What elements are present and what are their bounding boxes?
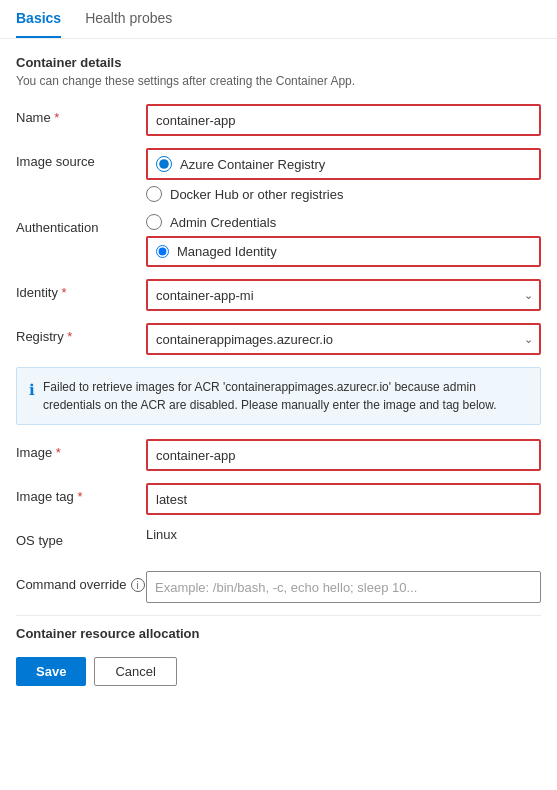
registry-control: containerappimages.azurecr.io ⌄ (146, 323, 541, 355)
os-type-label: OS type (16, 527, 146, 548)
command-override-input[interactable] (146, 571, 541, 603)
name-input[interactable] (146, 104, 541, 136)
admin-creds-radio[interactable] (146, 214, 162, 230)
image-tag-field-wrapper (146, 483, 541, 515)
registry-label: Registry * (16, 323, 146, 344)
image-row: Image * (16, 439, 541, 471)
managed-identity-radio[interactable] (156, 245, 169, 258)
tab-bar: Basics Health probes (0, 0, 557, 39)
image-field-wrapper (146, 439, 541, 471)
command-override-row: Command override i (16, 571, 541, 603)
name-field-wrapper (146, 104, 541, 136)
docker-option-wrapper: Docker Hub or other registries (146, 186, 541, 202)
managed-identity-option-box: Managed Identity (146, 236, 541, 267)
os-type-value-wrapper: Linux (146, 527, 541, 542)
image-source-options-wrapper: Azure Container Registry (146, 148, 541, 180)
image-tag-input[interactable] (146, 483, 541, 515)
container-details-desc: You can change these settings after crea… (16, 74, 541, 88)
admin-creds-label: Admin Credentials (170, 215, 276, 230)
info-circle-icon: ℹ (29, 379, 35, 414)
name-row: Name * (16, 104, 541, 136)
cancel-button[interactable]: Cancel (94, 657, 176, 686)
authentication-label: Authentication (16, 214, 146, 235)
save-button[interactable]: Save (16, 657, 86, 686)
acr-radio-option[interactable]: Azure Container Registry (156, 156, 531, 172)
identity-label: Identity * (16, 279, 146, 300)
managed-identity-label: Managed Identity (177, 244, 277, 259)
info-message-text: Failed to retrieve images for ACR 'conta… (43, 378, 528, 414)
image-tag-label: Image tag * (16, 483, 146, 504)
image-label: Image * (16, 439, 146, 460)
image-source-label: Image source (16, 148, 146, 169)
command-override-help-icon[interactable]: i (131, 578, 145, 592)
os-type-row: OS type Linux (16, 527, 541, 559)
docker-radio[interactable] (146, 186, 162, 202)
info-box: ℹ Failed to retrieve images for ACR 'con… (16, 367, 541, 425)
authentication-row: Authentication Admin Credentials Managed… (16, 214, 541, 267)
command-override-field-wrapper (146, 571, 541, 603)
main-content: Container details You can change these s… (0, 39, 557, 641)
identity-control: container-app-mi ⌄ (146, 279, 541, 311)
identity-row: Identity * container-app-mi ⌄ (16, 279, 541, 311)
container-details-title: Container details (16, 55, 541, 70)
image-input[interactable] (146, 439, 541, 471)
image-source-control: Azure Container Registry Docker Hub or o… (146, 148, 541, 202)
registry-row: Registry * containerappimages.azurecr.io… (16, 323, 541, 355)
identity-dropdown-wrapper: container-app-mi ⌄ (146, 279, 541, 311)
registry-dropdown-wrapper: containerappimages.azurecr.io ⌄ (146, 323, 541, 355)
section-divider (16, 615, 541, 616)
managed-identity-wrapper: Managed Identity (146, 236, 541, 267)
command-override-label: Command override i (16, 571, 146, 592)
image-tag-row: Image tag * (16, 483, 541, 515)
acr-label: Azure Container Registry (180, 157, 325, 172)
authentication-control: Admin Credentials Managed Identity (146, 214, 541, 267)
acr-radio[interactable] (156, 156, 172, 172)
name-label: Name * (16, 104, 146, 125)
image-source-row: Image source Azure Container Registry Do… (16, 148, 541, 202)
admin-creds-option[interactable]: Admin Credentials (146, 214, 541, 230)
footer: Save Cancel (0, 645, 557, 698)
resource-allocation-title: Container resource allocation (16, 626, 541, 641)
registry-select[interactable]: containerappimages.azurecr.io (146, 323, 541, 355)
tab-basics[interactable]: Basics (16, 0, 61, 38)
os-type-value: Linux (146, 521, 177, 542)
tab-health-probes[interactable]: Health probes (85, 0, 172, 38)
docker-label: Docker Hub or other registries (170, 187, 343, 202)
docker-radio-option[interactable]: Docker Hub or other registries (146, 186, 541, 202)
identity-select[interactable]: container-app-mi (146, 279, 541, 311)
